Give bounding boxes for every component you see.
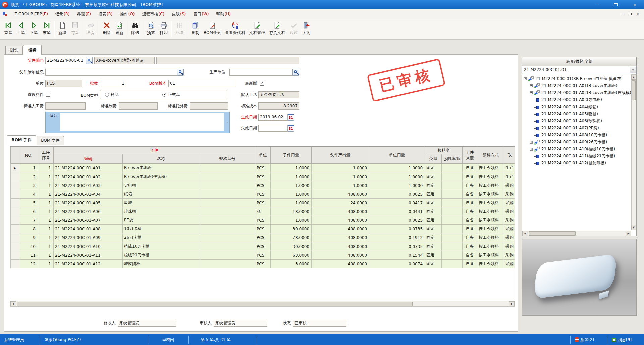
- table-row[interactable]: 12 1 21-M2224-00C-01-A12 塑胶隔板 PCS 3.0000…: [11, 260, 515, 268]
- cell-no[interactable]: 8: [19, 225, 38, 233]
- first-record-button[interactable]: 首笔: [2, 20, 15, 38]
- cell-name[interactable]: B-cover电池盖: [123, 164, 200, 172]
- cell-source[interactable]: 自备: [463, 207, 477, 216]
- cell-pick-method[interactable]: 按工令领料: [477, 251, 504, 260]
- row-selector-cell[interactable]: [11, 207, 19, 216]
- cell-pick-method[interactable]: 按工令领料: [477, 172, 504, 181]
- menu-record[interactable]: 记录(R): [52, 9, 73, 19]
- cell-spec[interactable]: [200, 207, 255, 216]
- cell-unit-qty[interactable]: 0.1544: [369, 251, 425, 260]
- menu-skin[interactable]: 皮肤(S): [168, 9, 190, 19]
- expiry-date-input[interactable]: [258, 125, 288, 132]
- cell-seq[interactable]: 1: [38, 164, 54, 172]
- cell-name[interactable]: 纸箱: [123, 190, 200, 199]
- row-selector-cell[interactable]: [11, 260, 19, 268]
- menu-window[interactable]: 窗口(W): [190, 9, 212, 19]
- bom-version-input[interactable]: 01: [168, 80, 236, 87]
- cell-name[interactable]: 吸塑: [123, 199, 200, 207]
- table-row[interactable]: 7 1 21-M2224-00C-01-A07 PE袋 PCS 1.0000 4…: [11, 216, 515, 225]
- scroll-up-icon[interactable]: ▲: [631, 75, 636, 80]
- cell-seq[interactable]: 1: [38, 242, 54, 251]
- cell-spec[interactable]: [200, 251, 255, 260]
- row-selector-cell[interactable]: [11, 233, 19, 242]
- cell-loss-rate[interactable]: [442, 181, 463, 190]
- effective-date-calendar-icon[interactable]: 31: [288, 114, 294, 121]
- cell-code[interactable]: 21-M2224-00C-01-A11: [54, 251, 123, 260]
- cell-qty[interactable]: 3.0000: [271, 260, 312, 268]
- tree-node[interactable]: 21-M2224-00C-01-A07(PE袋): [522, 125, 636, 132]
- cell-qty[interactable]: 30.0000: [271, 242, 312, 251]
- remark-input[interactable]: [60, 113, 224, 131]
- maximize-button[interactable]: [606, 0, 625, 9]
- cell-parent-output[interactable]: 408.0000: [312, 207, 369, 216]
- cell-parent-output[interactable]: 408.0000: [312, 225, 369, 233]
- header-loss-rate[interactable]: 损耗率%: [442, 154, 463, 164]
- cell-loss-rate[interactable]: [442, 242, 463, 251]
- cell-parent-output[interactable]: 1.0000: [312, 172, 369, 181]
- cell-loss-type[interactable]: 固定: [425, 251, 442, 260]
- cell-no[interactable]: 9: [19, 233, 38, 242]
- delete-button[interactable]: 删除: [100, 20, 113, 38]
- grid-hscroll-thumb[interactable]: [17, 302, 413, 306]
- filter-button[interactable]: 筛选: [129, 20, 142, 38]
- cell-no[interactable]: 4: [19, 190, 38, 199]
- cell-unit-qty[interactable]: 0.0735: [369, 242, 425, 251]
- cell-unit[interactable]: PCS: [255, 190, 271, 199]
- cell-unit[interactable]: PCS: [255, 199, 271, 207]
- cell-price[interactable]: 采购: [504, 181, 515, 190]
- table-row[interactable]: 3 1 21-M2224-00C-01-A03 导电棉 PCS 1.0000 1…: [11, 181, 515, 190]
- statusbar-messages[interactable]: 消息[9]: [612, 334, 632, 345]
- prod-unit-input[interactable]: [229, 69, 293, 76]
- cell-price[interactable]: 采购: [504, 233, 515, 242]
- cell-pick-method[interactable]: 按工令领料: [477, 260, 504, 268]
- cell-code[interactable]: 21-M2224-00C-01-A07: [54, 216, 123, 225]
- document-manage-button[interactable]: 文档管理: [247, 20, 267, 38]
- cell-unit[interactable]: PCS: [255, 172, 271, 181]
- cell-loss-rate[interactable]: [442, 172, 463, 181]
- menu-tgroup-erp[interactable]: T-GROUP ERP(E): [11, 9, 52, 19]
- cell-name[interactable]: B-cover电池盖(连续模): [123, 172, 200, 181]
- cell-no[interactable]: 11: [19, 251, 38, 260]
- parent-info-lookup-icon[interactable]: [177, 69, 184, 76]
- cell-unit[interactable]: PCS: [255, 242, 271, 251]
- row-selector-cell[interactable]: [11, 225, 19, 233]
- cell-source[interactable]: 自备: [463, 172, 477, 181]
- table-row[interactable]: 5 1 21-M2224-00C-01-A05 吸塑 PCS 1.0000 24…: [11, 199, 515, 207]
- cell-qty[interactable]: 30.0000: [271, 225, 312, 233]
- cell-name[interactable]: 植绒21刀卡槽: [123, 251, 200, 260]
- row-selector-cell[interactable]: ▶: [11, 164, 19, 172]
- cell-loss-type[interactable]: 固定: [425, 225, 442, 233]
- cell-no[interactable]: 6: [19, 207, 38, 216]
- cell-qty[interactable]: 1.0000: [271, 190, 312, 199]
- preview-button[interactable]: 预览: [145, 20, 157, 38]
- cell-seq[interactable]: 1: [38, 207, 54, 216]
- cell-name[interactable]: 10刀卡槽: [123, 225, 200, 233]
- effective-date-input[interactable]: 2019-06-02: [258, 114, 288, 121]
- tab-browse[interactable]: 浏览: [5, 46, 23, 55]
- cell-spec[interactable]: [200, 225, 255, 233]
- cell-source[interactable]: 自备: [463, 233, 477, 242]
- cell-code[interactable]: 21-M2224-00C-01-A12: [54, 260, 123, 268]
- tree-node[interactable]: 21-M2224-00C-01-A02(B-cover电池盖(连续模): [522, 89, 636, 96]
- cell-loss-type[interactable]: 固定: [425, 172, 442, 181]
- tab-bom-files[interactable]: BOM 文件: [37, 136, 64, 145]
- cell-name[interactable]: 26刀卡槽: [123, 233, 200, 242]
- cell-pick-method[interactable]: 按工令领料: [477, 242, 504, 251]
- mdi-minimize-button[interactable]: ─: [619, 11, 627, 17]
- prev-record-button[interactable]: 上笔: [15, 20, 28, 38]
- dropdown-arrow-icon[interactable]: ▾: [630, 67, 636, 73]
- menu-report[interactable]: 报表(R): [95, 9, 116, 19]
- cell-no[interactable]: 3: [19, 181, 38, 190]
- refresh-button[interactable]: 刷新: [113, 20, 126, 38]
- cell-unit[interactable]: PCS: [255, 233, 271, 242]
- cell-spec[interactable]: [200, 216, 255, 225]
- cell-parent-output[interactable]: 408.0000: [312, 251, 369, 260]
- cell-price[interactable]: 采购: [504, 216, 515, 225]
- cell-spec[interactable]: [200, 242, 255, 251]
- table-row[interactable]: ▶ 1 1 21-M2224-00C-01-A01 B-cover电池盖 PCS…: [11, 164, 515, 172]
- cell-name[interactable]: 植绒10刀卡槽: [123, 242, 200, 251]
- parent-code-input[interactable]: 21-M2224-00C-01: [45, 57, 86, 64]
- cell-source[interactable]: 自备: [463, 242, 477, 251]
- tree-node[interactable]: 21-M2224-00C-01-A05(吸塑): [522, 111, 636, 118]
- cell-unit-qty[interactable]: 0.1912: [369, 233, 425, 242]
